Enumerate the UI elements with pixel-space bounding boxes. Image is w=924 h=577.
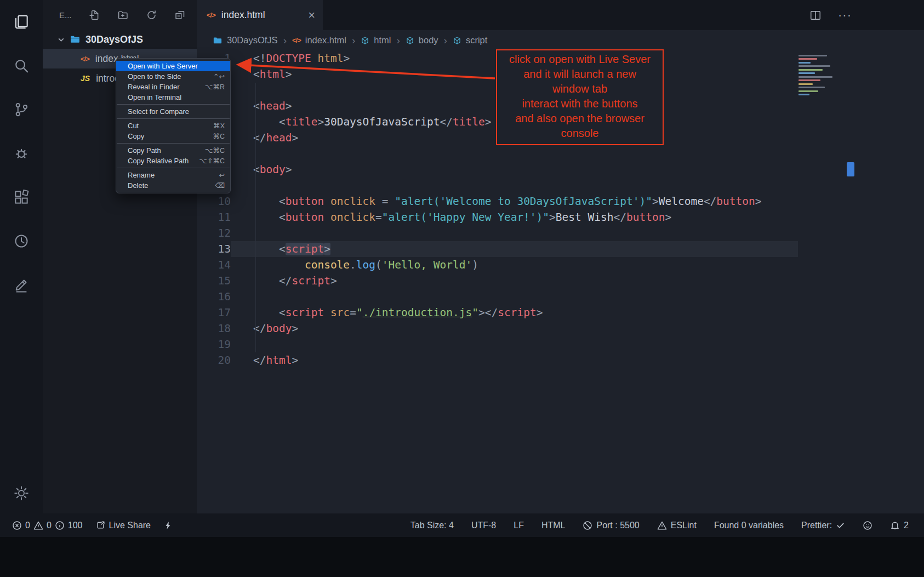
line-number[interactable]: 12: [197, 225, 231, 241]
menu-item-cut[interactable]: Cut⌘X: [116, 121, 230, 131]
breadcrumb-separator: ›: [396, 35, 400, 45]
menu-item-open-with-live-server[interactable]: Open with Live Server: [116, 61, 230, 71]
line-content[interactable]: <body>: [231, 162, 798, 178]
menu-item-shortcut: ⌥⌘R: [205, 83, 225, 91]
collapse-all-icon[interactable]: [174, 9, 186, 21]
line-number[interactable]: 20: [197, 352, 231, 368]
line-content[interactable]: <button onclick="alert('Happy New Year!'…: [231, 209, 798, 225]
refresh-icon[interactable]: [146, 9, 157, 21]
line-number[interactable]: 18: [197, 321, 231, 336]
feedback-smiley[interactable]: [863, 521, 872, 530]
code-line-10[interactable]: 10 <button onclick = "alert('Welcome to …: [197, 193, 924, 209]
tab-size-status[interactable]: Tab Size: 4: [410, 521, 454, 530]
line-number[interactable]: 13: [197, 241, 231, 257]
code-line-12[interactable]: 12: [197, 225, 924, 241]
activity-item-search[interactable]: [0, 44, 43, 88]
menu-item-reveal-in-finder[interactable]: Reveal in Finder⌥⌘R: [116, 82, 230, 92]
line-content[interactable]: <script src="./introduction.js"></script…: [231, 305, 798, 321]
line-content[interactable]: [231, 178, 798, 193]
breadcrumb-item-script[interactable]: script: [453, 35, 487, 45]
encoding-status[interactable]: UTF-8: [471, 521, 496, 530]
line-number[interactable]: 17: [197, 305, 231, 321]
activity-item-source-control[interactable]: [0, 88, 43, 132]
minimap[interactable]: [798, 53, 847, 98]
activity-item-timeline[interactable]: [0, 219, 43, 263]
port-status[interactable]: Port : 5500: [583, 521, 639, 530]
code-line-13[interactable]: 13 <script>: [197, 241, 924, 257]
line-content[interactable]: </script>: [231, 273, 798, 289]
new-folder-icon[interactable]: [117, 9, 129, 21]
line-number[interactable]: 16: [197, 289, 231, 305]
close-icon[interactable]: ×: [308, 9, 315, 21]
tree-folder-30daysofjs[interactable]: 30DaysOfJS: [43, 30, 197, 49]
breadcrumb-label: script: [466, 35, 487, 45]
code-line-14[interactable]: 14 console.log('Hello, World'): [197, 257, 924, 273]
line-content[interactable]: </html>: [231, 352, 798, 368]
breadcrumb-label: 30DaysOfJS: [227, 35, 278, 45]
line-content[interactable]: [231, 225, 798, 241]
symbol-cube-icon: [453, 36, 461, 45]
prettier-label: Prettier:: [801, 521, 832, 530]
line-content[interactable]: console.log('Hello, World'): [231, 257, 798, 273]
split-editor-icon[interactable]: [809, 9, 822, 21]
menu-item-copy-path[interactable]: Copy Path⌥⌘C: [116, 145, 230, 156]
menu-item-label: Rename: [128, 171, 155, 179]
line-number[interactable]: 10: [197, 193, 231, 209]
code-line-18[interactable]: 18</body>: [197, 321, 924, 336]
menu-item-delete[interactable]: Delete⌫: [116, 180, 230, 191]
tab-index-html[interactable]: </> index.html ×: [197, 0, 323, 30]
notifications-status[interactable]: 2: [890, 521, 909, 530]
code-line-11[interactable]: 11 <button onclick="alert('Happy New Yea…: [197, 209, 924, 225]
annotation-line: and also open the browser: [497, 111, 663, 126]
code-line-17[interactable]: 17 <script src="./introduction.js"></scr…: [197, 305, 924, 321]
code-line-9[interactable]: 9: [197, 178, 924, 193]
menu-item-label: Open in Terminal: [128, 93, 181, 101]
code-line-16[interactable]: 16: [197, 289, 924, 305]
code-line-20[interactable]: 20</html>: [197, 352, 924, 368]
breadcrumb-item-folder[interactable]: 30DaysOfJS: [213, 35, 278, 45]
menu-item-rename[interactable]: Rename↩: [116, 170, 230, 180]
line-number[interactable]: 15: [197, 273, 231, 289]
more-actions-icon[interactable]: ···: [838, 8, 852, 22]
line-content[interactable]: [231, 289, 798, 305]
line-content[interactable]: <script>: [231, 241, 798, 257]
line-number[interactable]: 19: [197, 336, 231, 352]
line-number[interactable]: 14: [197, 257, 231, 273]
live-share-status[interactable]: Live Share: [96, 521, 151, 530]
breadcrumb-item-body[interactable]: body: [406, 35, 438, 45]
breadcrumb-item-html[interactable]: html: [361, 35, 391, 45]
eol-status[interactable]: LF: [514, 521, 524, 530]
menu-item-shortcut: ⌘X: [213, 122, 225, 130]
bell-icon: [890, 521, 900, 530]
activity-item-explorer[interactable]: [0, 0, 43, 44]
menu-item-copy-relative-path[interactable]: Copy Relative Path⌥⇧⌘C: [116, 156, 230, 166]
line-content[interactable]: <button onclick = "alert('Welcome to 30D…: [231, 193, 798, 209]
code-line-7[interactable]: 7: [197, 146, 924, 162]
menu-item-copy[interactable]: Copy⌘C: [116, 131, 230, 141]
error-count: 0: [25, 521, 30, 530]
error-icon: [12, 521, 22, 530]
eslint-status[interactable]: ESLint: [657, 521, 697, 530]
problems-status[interactable]: 0 0 100: [12, 521, 83, 530]
activity-item-feedback[interactable]: [0, 263, 43, 307]
html-file-icon: </>: [207, 11, 215, 19]
activity-item-extensions[interactable]: [0, 175, 43, 219]
bolt-status[interactable]: [164, 521, 173, 530]
menu-item-open-to-the-side[interactable]: Open to the Side⌃↩: [116, 71, 230, 82]
activity-item-settings[interactable]: [0, 471, 43, 515]
code-line-19[interactable]: 19: [197, 336, 924, 352]
code-line-8[interactable]: 8<body>: [197, 162, 924, 178]
code-line-15[interactable]: 15 </script>: [197, 273, 924, 289]
new-file-icon[interactable]: [89, 9, 100, 21]
line-content[interactable]: </body>: [231, 321, 798, 336]
menu-item-select-for-compare[interactable]: Select for Compare: [116, 106, 230, 117]
prettier-status[interactable]: Prettier:: [801, 521, 845, 530]
menu-item-open-in-terminal[interactable]: Open in Terminal: [116, 92, 230, 102]
language-status[interactable]: HTML: [541, 521, 566, 530]
activity-item-run-debug[interactable]: [0, 132, 43, 175]
variables-status[interactable]: Found 0 variables: [714, 521, 784, 530]
line-number[interactable]: 11: [197, 209, 231, 225]
line-content[interactable]: [231, 336, 798, 352]
breadcrumb-item-file[interactable]: </> index.html: [292, 35, 346, 45]
line-content[interactable]: [231, 146, 798, 162]
